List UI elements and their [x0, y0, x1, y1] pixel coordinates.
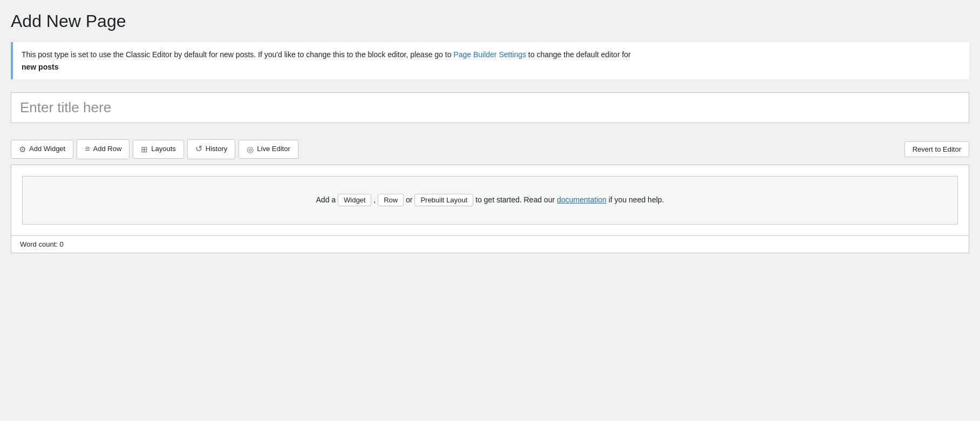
history-label: History: [206, 144, 227, 154]
content-inner-box: Add a Widget , Row or Prebuilt Layout to…: [22, 176, 958, 225]
comma-text: ,: [373, 195, 376, 204]
documentation-link[interactable]: documentation: [557, 195, 607, 204]
word-count-label: Word count:: [20, 240, 58, 248]
prebuilt-layout-inline-button[interactable]: Prebuilt Layout: [414, 194, 473, 206]
add-row-button[interactable]: Add Row: [77, 139, 130, 159]
page-builder-toolbar: Add Widget Add Row Layouts History Live …: [11, 134, 969, 164]
title-input[interactable]: [11, 93, 969, 123]
notice-block: This post type is set to use the Classic…: [11, 42, 969, 79]
title-input-container: [11, 92, 969, 123]
add-row-label: Add Row: [93, 144, 122, 154]
page-builder-settings-link[interactable]: Page Builder Settings: [453, 50, 526, 59]
live-editor-button[interactable]: Live Editor: [239, 140, 298, 159]
or-text: or: [406, 195, 412, 204]
widget-inline-button[interactable]: Widget: [338, 194, 371, 206]
page-title: Add New Page: [11, 11, 969, 31]
toolbar-left-buttons: Add Widget Add Row Layouts History Live …: [11, 139, 298, 159]
gear-icon: [19, 144, 26, 155]
grid-icon: [141, 144, 148, 155]
add-widget-button[interactable]: Add Widget: [11, 140, 73, 159]
content-inner-text: Add a Widget , Row or Prebuilt Layout to…: [316, 194, 664, 206]
text-end: if you need help.: [609, 195, 664, 204]
notice-text: This post type is set to use the Classic…: [22, 50, 453, 59]
add-a-text: Add a: [316, 195, 336, 204]
layouts-button[interactable]: Layouts: [133, 140, 184, 159]
row-inline-button[interactable]: Row: [378, 194, 404, 206]
word-count-bar: Word count: 0: [11, 236, 969, 253]
revert-to-editor-button[interactable]: Revert to Editor: [904, 141, 969, 157]
layouts-label: Layouts: [151, 144, 176, 154]
text-suffix: to get started. Read our: [475, 195, 555, 204]
notice-bold-text: new posts: [22, 63, 58, 71]
rows-icon: [85, 143, 90, 155]
eye-circle-icon: [247, 144, 254, 155]
editor-content-area: Add a Widget , Row or Prebuilt Layout to…: [11, 165, 969, 236]
add-widget-label: Add Widget: [29, 144, 65, 154]
history-button[interactable]: History: [187, 139, 235, 159]
live-editor-label: Live Editor: [257, 144, 290, 154]
page-builder-section: Add Widget Add Row Layouts History Live …: [11, 134, 969, 253]
history-icon: [195, 143, 202, 155]
notice-text-after: to change the default editor for: [526, 50, 631, 59]
word-count-value: 0: [59, 240, 63, 248]
